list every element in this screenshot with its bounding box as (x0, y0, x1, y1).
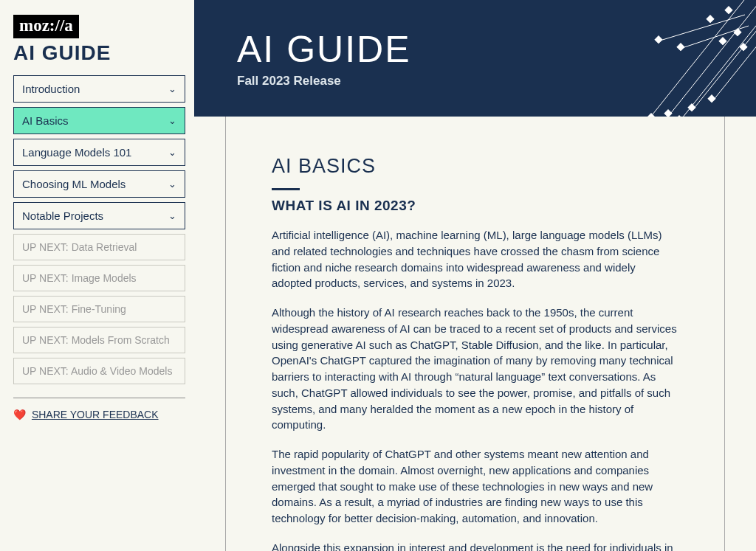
title-underline (272, 188, 300, 190)
circuit-graphic (594, 0, 756, 117)
sidebar-item-label: Notable Projects (22, 209, 103, 222)
chevron-down-icon: ⌄ (168, 179, 176, 190)
upnext-item: UP NEXT: Fine-Tuning (13, 296, 185, 322)
sidebar-item-label: AI Basics (22, 114, 69, 127)
svg-rect-7 (688, 104, 695, 111)
svg-rect-9 (708, 95, 715, 103)
divider (13, 398, 185, 398)
upnext-item: UP NEXT: Image Models (13, 265, 185, 291)
sidebar-item-label: Choosing ML Models (22, 178, 126, 190)
svg-rect-17 (719, 38, 726, 45)
sidebar-item-language-models[interactable]: Language Models 101 ⌄ (13, 139, 185, 166)
sidebar-item-ai-basics[interactable]: AI Basics ⌄ (13, 107, 185, 134)
svg-rect-13 (677, 44, 684, 51)
paragraph: The rapid popularity of ChatGPT and othe… (272, 446, 678, 527)
paragraph: Alongside this expansion in interest and… (272, 540, 678, 551)
sidebar-title: AI GUIDE (13, 41, 185, 65)
svg-line-2 (656, 0, 756, 117)
svg-rect-1 (647, 114, 655, 117)
upnext-item: UP NEXT: Data Retrieval (13, 234, 185, 260)
svg-rect-3 (664, 110, 672, 117)
svg-rect-11 (655, 36, 662, 44)
feedback-label[interactable]: SHARE YOUR FEEDBACK (32, 409, 159, 420)
article-content: AI BASICS WHAT IS AI IN 2023? Artificial… (225, 117, 725, 551)
svg-line-8 (713, 33, 756, 100)
sidebar-item-label: Language Models 101 (22, 146, 131, 159)
chevron-down-icon: ⌄ (168, 115, 176, 126)
banner-subtitle: Fall 2023 Release (237, 74, 410, 89)
sidebar-item-choosing-ml[interactable]: Choosing ML Models ⌄ (13, 170, 185, 198)
svg-rect-16 (734, 29, 741, 36)
svg-line-12 (682, 26, 749, 48)
svg-line-6 (693, 22, 756, 109)
chevron-down-icon: ⌄ (168, 83, 176, 94)
chevron-down-icon: ⌄ (168, 147, 176, 158)
page-title: AI BASICS (272, 155, 678, 178)
feedback-link[interactable]: ❤️ SHARE YOUR FEEDBACK (13, 409, 185, 420)
main: AI GUIDE Fall 2023 Release AI BASICS (194, 0, 756, 551)
sidebar-item-label: Introduction (22, 83, 80, 95)
sidebar-item-notable-projects[interactable]: Notable Projects ⌄ (13, 202, 185, 229)
chevron-down-icon: ⌄ (168, 210, 176, 221)
upnext-item: UP NEXT: Models From Scratch (13, 327, 185, 353)
sidebar-item-introduction[interactable]: Introduction ⌄ (13, 75, 185, 103)
paragraph: Artificial intelligence (AI), machine le… (272, 227, 678, 291)
section-heading: WHAT IS AI IN 2023? (272, 198, 678, 214)
heart-icon: ❤️ (13, 409, 26, 420)
banner-title: AI GUIDE (237, 28, 410, 71)
mozilla-logo[interactable]: moz://a (13, 15, 79, 38)
svg-rect-15 (725, 7, 732, 14)
upnext-item: UP NEXT: Audio & Video Models (13, 358, 185, 384)
svg-rect-14 (707, 15, 714, 23)
paragraph: Although the history of AI research reac… (272, 305, 678, 433)
banner: AI GUIDE Fall 2023 Release (194, 0, 756, 117)
sidebar: moz://a AI GUIDE Introduction ⌄ AI Basic… (0, 0, 194, 551)
svg-rect-5 (676, 116, 683, 117)
